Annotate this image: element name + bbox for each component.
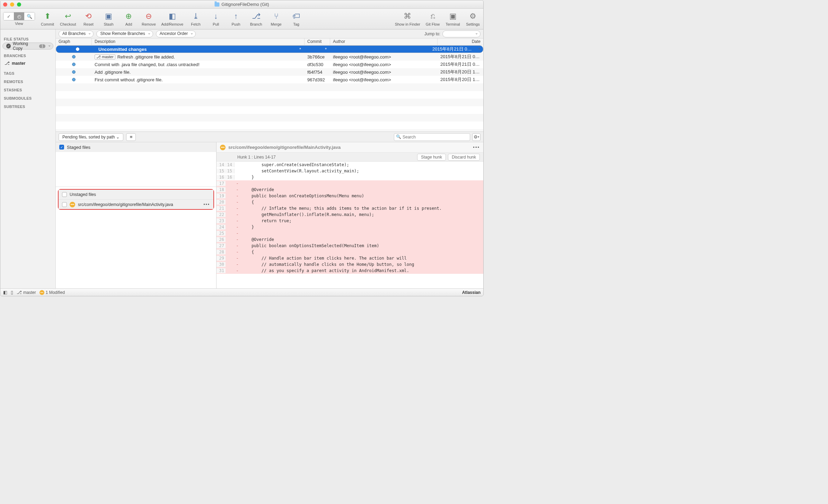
diff-line[interactable]: 30- // automatically handle clicks on th… <box>217 261 483 268</box>
unstaged-highlight: Unstaged files ••• src/com/ifeegoo/demo/… <box>58 189 214 210</box>
zoom-window-button[interactable] <box>17 2 21 7</box>
unstaged-checkbox[interactable] <box>62 192 67 197</box>
view-search-button[interactable]: 🔍 <box>24 12 35 20</box>
brand-label: Atlassian <box>462 290 481 295</box>
add-button[interactable]: ⊕Add <box>121 11 136 26</box>
view-label: View <box>15 21 23 26</box>
sidebar: FILE STATUS ✓ Working Copy 1 BRANCHES ⎇ … <box>0 29 56 288</box>
sidebar-section-submodules[interactable]: SUBMODULES <box>4 96 52 100</box>
diff-actions-button[interactable]: ••• <box>473 145 480 150</box>
file-actions-button[interactable]: ••• <box>203 202 210 207</box>
minimize-window-button[interactable] <box>10 2 14 7</box>
git-flow-button[interactable]: ⎌Git Flow <box>425 11 440 26</box>
pending-files-select[interactable]: Pending files, sorted by path⌄ <box>59 133 123 141</box>
terminal-button[interactable]: ▣Terminal <box>445 11 460 26</box>
filter-show-remote[interactable]: Show Remote Branches <box>96 30 153 37</box>
titlebar: GitignoreFileDemo (Git) <box>0 0 483 9</box>
merge-button[interactable]: ⑂Merge <box>268 11 284 26</box>
check-circle-icon: ✓ <box>6 44 11 48</box>
checkout-button[interactable]: ↩Checkout <box>60 11 76 26</box>
history-row[interactable]: Commit with .java file changed, but .cla… <box>56 61 483 68</box>
sidebar-item-master[interactable]: ⎇ master <box>2 59 53 67</box>
settings-button[interactable]: ⚙Settings <box>465 11 481 26</box>
diff-line[interactable]: 18- @Override <box>217 187 483 193</box>
diff-line[interactable]: 17- <box>217 180 483 187</box>
col-commit[interactable]: Commit <box>305 38 330 45</box>
diff-line[interactable]: 29- // Handle action bar item clicks her… <box>217 255 483 261</box>
col-description[interactable]: Description <box>92 38 305 45</box>
diff-line[interactable]: 20- { <box>217 199 483 205</box>
close-window-button[interactable] <box>3 2 7 7</box>
stage-hunk-button[interactable]: Stage hunk <box>417 154 446 161</box>
diff-line[interactable]: 26- @Override <box>217 236 483 243</box>
diff-line[interactable]: 25- <box>217 230 483 236</box>
diff-line[interactable]: 21- // Inflate the menu; this adds items… <box>217 205 483 212</box>
diff-line[interactable]: 31- // as you specify a parent activity … <box>217 268 483 274</box>
col-author[interactable]: Author <box>330 38 438 45</box>
branch-button[interactable]: ⎇Branch <box>248 11 264 26</box>
reset-button[interactable]: ⟲Reset <box>81 11 96 26</box>
stash-button[interactable]: ▣Stash <box>101 11 116 26</box>
jump-to-select[interactable] <box>442 30 481 37</box>
staging-pane: ✓ Staged files Unstaged files <box>56 142 217 288</box>
pull-button[interactable]: ↓Pull <box>208 11 223 26</box>
disk-icon[interactable]: ▯ <box>11 290 13 295</box>
diff-line[interactable]: 19- public boolean onCreateOptionsMenu(M… <box>217 193 483 199</box>
diff-line[interactable]: 27- public boolean onOptionsItemSelected… <box>217 243 483 249</box>
lower-settings-button[interactable]: ⚙▾ <box>472 133 481 141</box>
diff-file-path: src/com/ifeegoo/demo/gitignorefile/MainA… <box>228 145 341 150</box>
working-copy-badge: 1 <box>39 44 45 48</box>
filter-ancestor-order[interactable]: Ancestor Order <box>156 30 196 37</box>
show-in-finder-button[interactable]: ⌘Show in Finder <box>395 11 420 26</box>
filter-all-branches[interactable]: All Branches <box>59 30 94 37</box>
sidebar-item-working-copy[interactable]: ✓ Working Copy 1 <box>2 43 53 50</box>
sidebar-section-stashes[interactable]: STASHES <box>4 88 52 92</box>
diff-line[interactable]: 24- } <box>217 224 483 230</box>
diff-line[interactable]: 23- return true; <box>217 218 483 224</box>
col-graph[interactable]: Graph <box>56 38 92 45</box>
jump-to-label: Jump to: <box>424 32 440 36</box>
status-branch[interactable]: ⎇master <box>17 290 36 295</box>
commit-button[interactable]: ⬆Commit <box>40 11 55 26</box>
list-view-button[interactable]: ≡ <box>126 133 136 141</box>
folder-icon <box>214 2 219 7</box>
window-title: GitignoreFileDemo (Git) <box>221 2 269 7</box>
status-modified[interactable]: •••1 Modified <box>39 290 65 295</box>
view-clock-button[interactable]: ◴ <box>14 12 24 20</box>
diff-line[interactable]: 1616 } <box>217 174 483 180</box>
unstaged-files-header[interactable]: Unstaged files <box>59 190 213 199</box>
staged-files-header[interactable]: ✓ Staged files <box>56 142 216 152</box>
search-input[interactable] <box>394 133 470 141</box>
staged-checkbox[interactable]: ✓ <box>59 145 64 150</box>
fetch-button[interactable]: ⤓Fetch <box>188 11 203 26</box>
modified-icon: ••• <box>70 202 75 207</box>
branch-icon: ⎇ <box>5 61 10 66</box>
sidebar-section-remotes[interactable]: REMOTES <box>4 80 52 84</box>
sidebar-section-tags[interactable]: TAGS <box>4 71 52 75</box>
sidebar-section-branches: BRANCHES <box>4 54 52 58</box>
status-bar: ◧ ▯ ⎇master •••1 Modified Atlassian <box>0 288 483 296</box>
hunk-label: Hunk 1 : Lines 14-17 <box>237 155 276 160</box>
view-check-button[interactable]: ✓ <box>3 12 14 20</box>
remove-button[interactable]: ⊖Remove <box>141 11 156 26</box>
col-date[interactable]: Date <box>438 38 483 45</box>
sidebar-section-subtrees[interactable]: SUBTREES <box>4 105 52 109</box>
discard-hunk-button[interactable]: Discard hunk <box>448 154 480 161</box>
unstaged-file-row[interactable]: ••• src/com/ifeegoo/demo/gitignorefile/M… <box>59 199 213 209</box>
history-row[interactable]: First commit without .gitignore file.967… <box>56 76 483 83</box>
file-checkbox[interactable] <box>62 202 67 207</box>
history-row[interactable]: Uncommitted changes**2015年8月21日 08:02 <box>56 45 483 53</box>
push-button[interactable]: ↑Push <box>228 11 244 26</box>
diff-line[interactable]: 28- { <box>217 249 483 255</box>
view-segment: ✓ ◴ 🔍 View <box>3 12 35 26</box>
history-row[interactable]: ⎇masterRefresh .gitignore file added.3b7… <box>56 53 483 61</box>
layout-icon[interactable]: ◧ <box>3 290 7 295</box>
modified-icon: ••• <box>220 145 226 150</box>
toolbar: ✓ ◴ 🔍 View ⬆Commit ↩Checkout ⟲Reset ▣Sta… <box>0 9 483 29</box>
history-row[interactable]: Add .gitignore file.f64f754ifeegoo <root… <box>56 68 483 76</box>
diff-line[interactable]: 1515 setContentView(R.layout.activity_ma… <box>217 168 483 174</box>
diff-line[interactable]: 22- getMenuInflater().inflate(R.menu.mai… <box>217 212 483 218</box>
tag-button[interactable]: 🏷Tag <box>289 11 304 26</box>
add-remove-button[interactable]: ◧Add/Remove <box>161 11 183 26</box>
diff-line[interactable]: 1414 super.onCreate(savedInstanceState); <box>217 162 483 168</box>
